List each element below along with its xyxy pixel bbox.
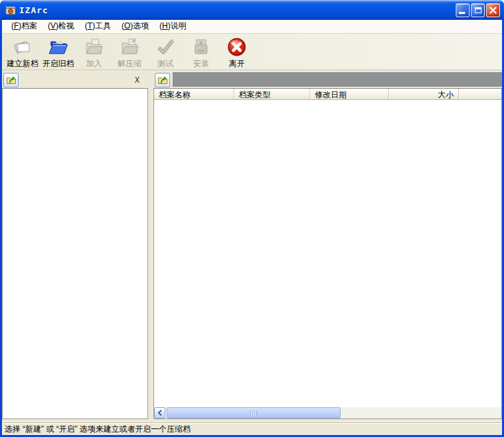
file-panel: 档案名称 档案类型 修改日期 大小 bbox=[153, 72, 502, 419]
chevron-left-icon bbox=[157, 409, 163, 416]
toolbar-button-add: 加入 bbox=[76, 36, 112, 70]
maximize-icon bbox=[475, 7, 482, 13]
scroll-left-button[interactable] bbox=[154, 407, 165, 418]
add-files-icon bbox=[83, 36, 105, 58]
menu-file[interactable]: (F)档案 bbox=[6, 19, 42, 34]
folder-up-icon bbox=[6, 75, 17, 85]
menu-view[interactable]: (V)检视 bbox=[42, 19, 79, 34]
tree-panel-header: X bbox=[2, 72, 148, 88]
toolbar: 建立新档 开启旧档 加入 bbox=[2, 34, 502, 70]
tree-panel-close-button[interactable]: X bbox=[135, 75, 140, 85]
izarc-window: IZArc (F)档案 (V)检视 (T)工具 (O)选项 (H)说明 bbox=[0, 0, 504, 437]
menu-tools[interactable]: (T)工具 bbox=[79, 19, 116, 34]
minimize-button[interactable] bbox=[456, 3, 470, 17]
column-file-type[interactable]: 档案类型 bbox=[234, 89, 310, 99]
exit-icon bbox=[226, 36, 247, 58]
menu-help[interactable]: (H)说明 bbox=[154, 19, 192, 34]
file-panel-header bbox=[153, 72, 502, 88]
list-folder-up-button[interactable] bbox=[155, 73, 170, 87]
menu-options[interactable]: (O)选项 bbox=[116, 19, 154, 34]
window-title: IZArc bbox=[19, 5, 48, 15]
open-archive-icon bbox=[48, 36, 69, 58]
folder-tree-area[interactable] bbox=[2, 88, 148, 419]
toolbar-button-exit[interactable]: 离开 bbox=[219, 36, 255, 70]
scrollbar-thumb[interactable] bbox=[167, 407, 341, 418]
status-text: 选择 “新建” 或 “开启” 选项来建立或者开启一个压缩档 bbox=[5, 424, 190, 435]
status-bar: 选择 “新建” 或 “开启” 选项来建立或者开启一个压缩档 bbox=[2, 422, 502, 435]
column-filler bbox=[459, 89, 501, 99]
menu-bar: (F)档案 (V)检视 (T)工具 (O)选项 (H)说明 bbox=[2, 20, 502, 34]
file-list-body[interactable] bbox=[154, 100, 501, 407]
column-size[interactable]: 大小 bbox=[389, 89, 459, 99]
folder-up-icon bbox=[157, 75, 168, 85]
file-list: 档案名称 档案类型 修改日期 大小 bbox=[153, 88, 502, 419]
minimize-icon bbox=[459, 12, 465, 14]
install-icon bbox=[190, 36, 212, 58]
toolbar-button-extract: 解压缩 bbox=[112, 36, 147, 70]
toolbar-button-new[interactable]: 建立新档 bbox=[5, 36, 40, 70]
toolbar-button-install: 安装 bbox=[183, 36, 219, 70]
toolbar-button-open[interactable]: 开启旧档 bbox=[40, 36, 76, 70]
app-icon bbox=[5, 5, 16, 16]
toolbar-button-test: 测试 bbox=[147, 36, 183, 70]
extract-icon bbox=[119, 36, 140, 58]
new-archive-icon bbox=[12, 36, 33, 58]
window-controls bbox=[456, 3, 500, 17]
close-icon bbox=[489, 6, 497, 15]
tree-panel: X bbox=[2, 72, 148, 419]
file-list-column-header: 档案名称 档案类型 修改日期 大小 bbox=[154, 89, 501, 100]
horizontal-scrollbar[interactable] bbox=[154, 407, 501, 418]
client-area: (F)档案 (V)检视 (T)工具 (O)选项 (H)说明 建立新档 bbox=[2, 20, 502, 435]
content-area: X bbox=[2, 70, 502, 422]
column-modified-date[interactable]: 修改日期 bbox=[310, 89, 389, 99]
test-icon bbox=[155, 36, 176, 58]
address-bar bbox=[173, 72, 502, 87]
title-bar[interactable]: IZArc bbox=[0, 0, 504, 20]
maximize-button[interactable] bbox=[471, 3, 485, 17]
tree-folder-up-button[interactable] bbox=[3, 73, 19, 87]
panel-splitter[interactable] bbox=[148, 72, 153, 419]
close-button[interactable] bbox=[486, 3, 500, 17]
column-file-name[interactable]: 档案名称 bbox=[154, 89, 234, 99]
